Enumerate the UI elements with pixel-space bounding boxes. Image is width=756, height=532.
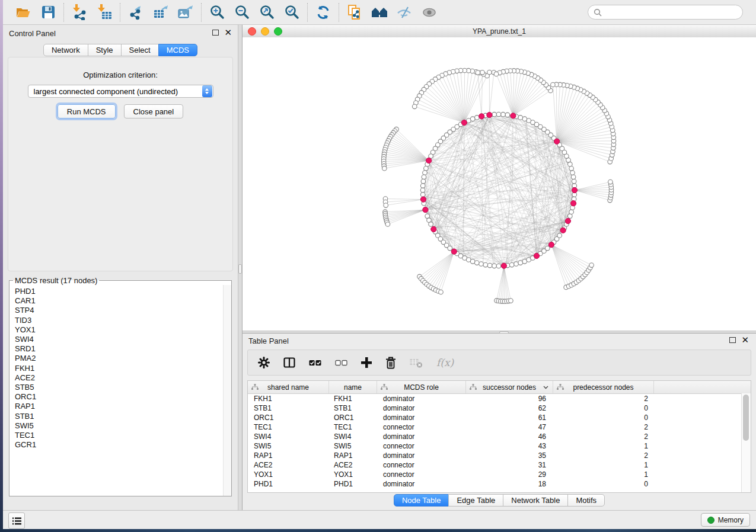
duplicate-network-button[interactable]: [346, 4, 363, 21]
control-panel-tab[interactable]: MCDS: [158, 44, 197, 56]
memory-button[interactable]: Memory: [701, 513, 750, 527]
view-group: [339, 4, 445, 21]
mcds-result-item[interactable]: TEC1: [15, 431, 223, 440]
table-row[interactable]: FKH1 FKH1 dominator 96 2: [248, 394, 751, 403]
column-header-mcds-role[interactable]: MCDS role: [377, 381, 466, 393]
save-icon: [42, 5, 55, 19]
memory-label: Memory: [718, 516, 744, 524]
close-panel-icon[interactable]: ✕: [224, 30, 232, 36]
mcds-list-scrollbar[interactable]: [223, 285, 231, 496]
mcds-result-item[interactable]: SRD1: [15, 344, 223, 354]
float-panel-icon[interactable]: [212, 30, 219, 36]
import-table-button[interactable]: [95, 4, 113, 21]
find-neighbors-button[interactable]: [371, 4, 388, 21]
deselect-all-icon[interactable]: [335, 358, 347, 368]
cell-successor-nodes: 35: [466, 451, 553, 460]
zoom-in-button[interactable]: [208, 4, 226, 21]
table-panel-tab[interactable]: Motifs: [567, 494, 605, 507]
cell-predecessor-nodes: 1: [553, 461, 654, 469]
run-mcds-button[interactable]: Run MCDS: [58, 104, 116, 118]
criterion-select[interactable]: largest connected component (undirected): [28, 85, 213, 98]
export-group: [120, 4, 201, 21]
search-box[interactable]: [588, 5, 743, 20]
save-session-button[interactable]: [39, 4, 57, 21]
delete-table-icon: [410, 358, 423, 368]
table-row[interactable]: PHD1 PHD1 dominator 18 0: [248, 479, 751, 489]
export-network-button[interactable]: [127, 4, 145, 21]
mcds-result-item[interactable]: TID3: [15, 316, 223, 325]
vertical-splitter[interactable]: [238, 25, 243, 511]
table-panel-tab[interactable]: Edge Table: [448, 494, 503, 507]
export-image-button[interactable]: [177, 4, 194, 21]
table-row[interactable]: ACE2 ACE2 connector 31 1: [248, 460, 751, 470]
table-row[interactable]: YOX1 YOX1 connector 29 1: [248, 470, 751, 479]
refresh-layout-button[interactable]: [314, 4, 332, 21]
delete-rows-trash-icon[interactable]: [385, 357, 396, 369]
table-row[interactable]: TEC1 TEC1 connector 47 2: [248, 422, 751, 432]
mcds-result-item[interactable]: CAR1: [15, 296, 223, 306]
close-panel-button[interactable]: Close panel: [124, 104, 184, 118]
cell-successor-nodes: 29: [466, 470, 553, 479]
mcds-result-item[interactable]: STB5: [15, 383, 223, 392]
cell-successor-nodes: 96: [466, 395, 553, 403]
splitter-handle[interactable]: [238, 264, 242, 274]
import-network-button[interactable]: [71, 4, 88, 21]
column-header-successor-nodes[interactable]: successor nodes: [466, 381, 553, 393]
add-row-icon[interactable]: [361, 357, 372, 368]
close-window-icon[interactable]: [248, 27, 256, 36]
float-panel-icon[interactable]: [729, 337, 736, 343]
mcds-result-item[interactable]: ORC1: [15, 392, 223, 402]
zoom-fit-button[interactable]: [258, 4, 276, 21]
network-canvas[interactable]: [243, 37, 756, 331]
split-view-icon[interactable]: [283, 357, 295, 368]
minimize-window-icon[interactable]: [261, 27, 269, 36]
maximize-window-icon[interactable]: [274, 27, 282, 36]
table-row[interactable]: ORC1 ORC1 dominator 61 0: [248, 413, 751, 422]
open-file-button[interactable]: [14, 4, 32, 21]
table-row[interactable]: SWI4 SWI4 dominator 46 2: [248, 432, 751, 441]
mcds-result-item[interactable]: STP4: [15, 306, 223, 315]
mcds-result-item[interactable]: STB1: [15, 412, 223, 421]
table-row[interactable]: STB1 STB1 dominator 62 0: [248, 403, 751, 413]
export-table-button[interactable]: [152, 4, 170, 21]
select-all-icon[interactable]: [309, 358, 321, 368]
shared-column-icon: [470, 384, 477, 390]
cell-name: PHD1: [329, 480, 377, 488]
show-panels-button[interactable]: [8, 512, 25, 529]
mcds-result-item[interactable]: SWI4: [15, 335, 223, 344]
scrollbar-thumb[interactable]: [743, 395, 749, 441]
mcds-result-list[interactable]: PHD1CAR1STP4TID3YOX1SWI4SRD1PMA2FKH1ACE2…: [9, 285, 223, 496]
zoom-selected-button[interactable]: [283, 4, 301, 21]
table-row[interactable]: SWI5 SWI5 connector 43 1: [248, 441, 751, 451]
toggle-visibility-button[interactable]: [395, 4, 413, 21]
table-body: FKH1 FKH1 dominator 96 2 STB1 STB1 domin…: [248, 394, 751, 489]
mcds-result-item[interactable]: ACE2: [15, 373, 223, 383]
mcds-result-item[interactable]: YOX1: [15, 325, 223, 335]
column-header-shared-name[interactable]: shared name: [248, 381, 329, 393]
show-hidden-button[interactable]: [420, 4, 438, 21]
control-panel-tab[interactable]: Select: [121, 44, 159, 56]
network-window-titlebar[interactable]: YPA_prune.txt_1: [243, 25, 756, 38]
table-scrollbar[interactable]: [741, 393, 751, 492]
mcds-result-item[interactable]: RAP1: [15, 402, 223, 411]
mcds-result-item[interactable]: PHD1: [15, 287, 223, 296]
table-panel-tab[interactable]: Node Table: [394, 494, 449, 507]
cell-shared-name: ORC1: [248, 414, 329, 422]
control-panel-tab[interactable]: Style: [88, 44, 122, 56]
mcds-result-item[interactable]: GCR1: [15, 440, 223, 450]
table-panel-tab[interactable]: Network Table: [503, 494, 568, 507]
column-settings-gear-icon[interactable]: [258, 357, 270, 368]
network-graph[interactable]: [243, 37, 756, 331]
table-row[interactable]: RAP1 RAP1 dominator 35 2: [248, 451, 751, 460]
close-panel-icon[interactable]: ✕: [741, 337, 749, 343]
mcds-result-item[interactable]: PMA2: [15, 354, 223, 363]
column-header-predecessor-nodes[interactable]: predecessor nodes: [553, 381, 654, 393]
control-panel-tab[interactable]: Network: [43, 44, 88, 56]
search-input[interactable]: [605, 8, 737, 17]
column-header-name[interactable]: name: [329, 381, 377, 393]
mcds-result-item[interactable]: SWI5: [15, 421, 223, 431]
zoom-in-icon: [209, 4, 225, 20]
zoom-out-button[interactable]: [233, 4, 251, 21]
mcds-result-item[interactable]: FKH1: [15, 364, 223, 373]
zoom-out-icon: [234, 4, 250, 20]
